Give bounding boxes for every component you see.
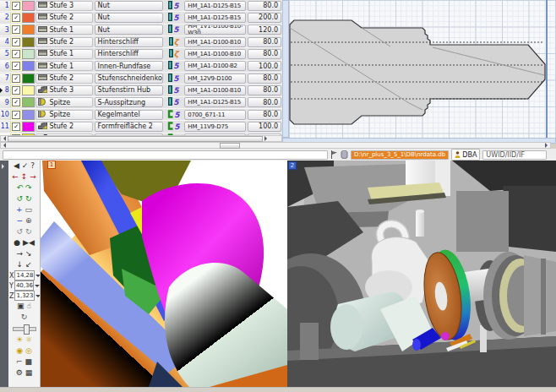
layer-color-swatch[interactable] bbox=[22, 110, 35, 120]
flag-icon[interactable] bbox=[330, 150, 338, 159]
pan-left-icon[interactable]: ← bbox=[12, 172, 19, 182]
wheel-name-cell[interactable]: HM_1A1-D125-B15 bbox=[184, 1, 246, 11]
stage-cell[interactable]: Stufe 3 bbox=[35, 85, 92, 95]
table-hscrollbar[interactable] bbox=[0, 135, 282, 142]
layer-color-swatch[interactable] bbox=[22, 122, 35, 132]
chevron-down-icon[interactable] bbox=[35, 285, 40, 290]
table-row[interactable]: 1✓Stufe 3Nut5HM_1A1-D125-B1580.0 bbox=[0, 0, 282, 12]
operation-cell[interactable]: Innen-Rundfase bbox=[95, 61, 163, 71]
table-row[interactable]: 7✓Stufe 2Stufenschneidenkorrektur5HM_12V… bbox=[0, 73, 282, 84]
value-cell[interactable]: 80.0 bbox=[248, 97, 281, 107]
value-cell[interactable]: 200.0 bbox=[248, 13, 281, 23]
scroll-left-icon[interactable] bbox=[1, 136, 6, 141]
light-icon[interactable]: ☀ bbox=[16, 335, 23, 345]
scroll-thumb[interactable] bbox=[220, 143, 240, 149]
value-cell[interactable]: 80.0 bbox=[248, 110, 281, 120]
wheel-name-cell[interactable]: 0700_671-11 bbox=[184, 110, 246, 120]
drawing-vscrollbar[interactable] bbox=[282, 0, 289, 138]
row-checkbox[interactable]: ✓ bbox=[12, 62, 20, 70]
operation-cell[interactable]: Nut bbox=[95, 13, 163, 23]
wheel-name-cell[interactable]: HM_1V1-D100-B10-W30 bbox=[184, 24, 246, 35]
scroll-right-icon[interactable] bbox=[264, 136, 270, 141]
zoom-search-icon[interactable]: ⊕ bbox=[25, 216, 32, 226]
operation-cell[interactable]: Stufenschneidenkorrektur bbox=[95, 74, 163, 84]
lamp-icon[interactable]: ☼ bbox=[25, 335, 32, 345]
check-icon[interactable]: ✓ bbox=[22, 161, 29, 171]
rotate-model-icon[interactable]: ↻ bbox=[21, 313, 28, 322]
rotate-down-icon[interactable]: ↻ bbox=[25, 194, 32, 204]
operation-cell[interactable]: Hinterschliff bbox=[95, 37, 163, 47]
tool-view-tab[interactable]: 1 bbox=[47, 161, 56, 169]
session-field[interactable]: UWID/IID/IF bbox=[482, 150, 547, 160]
stage-cell[interactable]: Stufe 2 bbox=[35, 13, 92, 23]
value-cell[interactable]: 120.0 bbox=[248, 24, 281, 35]
layer-color-swatch[interactable] bbox=[22, 49, 35, 59]
settings-icon[interactable]: ⚙ bbox=[16, 368, 23, 378]
operation-cell[interactable]: Nut bbox=[95, 24, 163, 35]
row-checkbox[interactable]: ✓ bbox=[12, 14, 20, 22]
operation-cell[interactable]: Stufenstirn Hub bbox=[95, 85, 163, 95]
row-checkbox[interactable]: ✓ bbox=[12, 50, 20, 58]
view-iso-icon[interactable]: ↘ bbox=[25, 249, 32, 259]
value-cell[interactable]: 100.0 bbox=[248, 122, 281, 132]
lamp2-icon[interactable]: ◉ bbox=[16, 346, 23, 356]
machine-sim-viewport[interactable]: 2 bbox=[287, 161, 556, 387]
layer-color-swatch[interactable] bbox=[22, 24, 35, 35]
coord-value[interactable]: 14,28 bbox=[14, 270, 34, 280]
stage-cell[interactable]: Stufe 1 bbox=[35, 61, 92, 71]
machine-view-tab[interactable]: 2 bbox=[288, 161, 297, 170]
rotate-up-icon[interactable]: ↺ bbox=[16, 194, 23, 204]
layer-color-swatch[interactable] bbox=[22, 97, 35, 107]
row-checkbox[interactable]: ✓ bbox=[12, 38, 20, 46]
scroll-thumb[interactable] bbox=[8, 136, 263, 142]
wheel-name-cell[interactable]: HM_1A1-D100-B10 bbox=[184, 37, 246, 47]
value-cell[interactable]: 100.0 bbox=[248, 61, 281, 71]
zoom-out-icon[interactable]: − bbox=[16, 216, 23, 226]
operation-cell[interactable]: Formfreifläche 2 bbox=[95, 122, 163, 132]
row-checkbox[interactable]: ✓ bbox=[12, 98, 20, 106]
corner-icon[interactable]: ⌐ bbox=[16, 357, 23, 367]
solid-view-icon[interactable]: ■ bbox=[25, 357, 33, 367]
wheel-name-cell[interactable]: HM_1A1-D100-B2 bbox=[184, 61, 246, 71]
view-down-icon[interactable]: ↓ bbox=[16, 260, 23, 270]
operation-cell[interactable]: Kegelmantel bbox=[95, 110, 163, 120]
stage-cell[interactable]: Stufe 3 bbox=[35, 1, 92, 11]
view-right-icon[interactable]: → bbox=[16, 249, 23, 259]
layer-color-swatch[interactable] bbox=[22, 37, 35, 47]
status-input[interactable] bbox=[3, 150, 328, 160]
row-checkbox[interactable]: ✓ bbox=[12, 2, 20, 10]
table-row[interactable]: 4✓Stufe 2HinterschliffζHM_1A1-D100-B1080… bbox=[0, 36, 282, 48]
view-undo-icon[interactable]: ↺ bbox=[16, 227, 23, 237]
chevron-down-icon[interactable] bbox=[35, 275, 41, 280]
slider-thumb[interactable] bbox=[24, 324, 30, 335]
layer-color-swatch[interactable] bbox=[22, 74, 35, 84]
rotate-cw-icon[interactable]: ↷ bbox=[25, 183, 32, 193]
main-hscrollbar[interactable] bbox=[0, 142, 551, 149]
coord-value[interactable]: 40,36 bbox=[14, 280, 34, 291]
zoom-slider[interactable] bbox=[8, 323, 40, 335]
view-center-icon[interactable]: ● bbox=[14, 238, 20, 248]
pan-vertical-icon[interactable]: ↕ bbox=[21, 172, 28, 182]
table-row[interactable]: 2✓Stufe 2Nut5HM_1A1-D125-B15200.0 bbox=[0, 12, 282, 24]
stage-cell[interactable]: Stufe 1 bbox=[35, 24, 92, 35]
zoom-window-icon[interactable]: ▭ bbox=[25, 205, 33, 215]
zoom-in-icon[interactable]: + bbox=[16, 205, 23, 215]
table-row[interactable]: 8✓Stufe 3Stufenstirn Hub5HM_1A1-D100-B10… bbox=[0, 84, 282, 96]
scroll-right-icon[interactable] bbox=[545, 143, 550, 148]
table-row[interactable]: 5✓Stufe 1HinterschliffζHM_1A1-D100-B1080… bbox=[0, 48, 282, 60]
table-row[interactable]: 11✓Stufe 2Formfreifläche 25HM_11V9-D7510… bbox=[0, 121, 282, 133]
rotate-ccw-icon[interactable]: ↶ bbox=[16, 183, 23, 193]
value-cell[interactable]: 80.0 bbox=[248, 85, 281, 95]
stage-cell[interactable]: Stufe 1 bbox=[35, 49, 92, 59]
back-icon[interactable]: ◀ bbox=[14, 161, 19, 171]
profile-drawing-panel[interactable] bbox=[289, 0, 556, 138]
operation-cell[interactable]: S-Ausspitzung bbox=[95, 97, 163, 107]
database-icon[interactable] bbox=[341, 150, 348, 159]
tool-3d-viewport[interactable]: 1 bbox=[41, 161, 287, 387]
stage-cell[interactable]: Spitze bbox=[35, 110, 92, 120]
wheel-name-cell[interactable]: HM_1A1-D125-B15 bbox=[184, 97, 246, 107]
database-path[interactable]: D:\nr_plus_3_5_1\DB\nrdata.db bbox=[351, 150, 449, 160]
row-checkbox[interactable]: ✓ bbox=[12, 122, 20, 131]
stage-cell[interactable]: Spitze bbox=[35, 97, 92, 107]
row-checkbox[interactable]: ✓ bbox=[12, 111, 20, 119]
